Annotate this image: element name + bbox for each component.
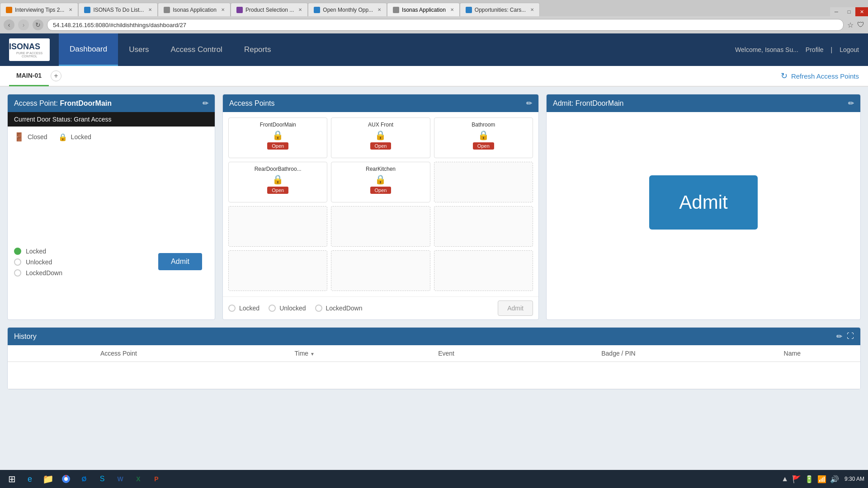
admit-edit-button[interactable]: [848, 99, 854, 108]
taskbar-chrome[interactable]: [58, 471, 74, 487]
col-badge-pin[interactable]: Badge / PIN: [513, 345, 724, 362]
taskbar-excel[interactable]: X: [130, 471, 146, 487]
tab-open-monthly[interactable]: Open Monthly Opp... ✕: [308, 3, 387, 16]
maximize-button[interactable]: □: [843, 7, 855, 16]
start-button[interactable]: ⊞: [4, 471, 20, 487]
refresh-access-points-button[interactable]: ↻ Refresh Access Points: [781, 71, 859, 81]
ap-grid-empty-5: [228, 250, 327, 291]
lock-icon: 🔒: [58, 133, 67, 141]
taskbar-powerpoint[interactable]: P: [148, 471, 165, 487]
ap-grid-rearkitchen[interactable]: RearKitchen 🔒 Open: [331, 162, 430, 202]
page-tab-bar: MAIN-01 + ↻ Refresh Access Points: [0, 66, 868, 87]
nav-item-users[interactable]: Users: [118, 33, 160, 66]
col-time[interactable]: Time ▼: [230, 345, 380, 362]
taskbar-word[interactable]: W: [112, 471, 128, 487]
legend-dot-locked: [14, 248, 21, 255]
aps-legend-circle-lockeddown: [315, 305, 322, 312]
nav-item-access-control[interactable]: Access Control: [160, 33, 233, 66]
tab-isonas-app-1[interactable]: Isonas Application ✕: [158, 3, 231, 16]
tab-close-btn[interactable]: ✕: [148, 7, 152, 12]
url-bar[interactable]: 54.148.216.165:8080/#childishthings/dash…: [47, 19, 844, 31]
admit-card: Admit: FrontDoorMain Admit: [546, 94, 861, 320]
col-access-point[interactable]: Access Point: [8, 345, 230, 362]
door-status-text: Current Door Status: Grant Access: [14, 116, 112, 123]
access-points-card-header: Access Points: [223, 94, 538, 112]
ap-grid-auxfront[interactable]: AUX Front 🔒 Open: [331, 117, 430, 158]
legend-lockeddown: LockedDown: [14, 269, 62, 277]
taskbar-folder[interactable]: 📁: [40, 471, 56, 487]
tab-close-btn[interactable]: ✕: [69, 7, 72, 12]
reload-button[interactable]: ↻: [33, 19, 43, 30]
profile-link[interactable]: Profile: [806, 46, 824, 53]
access-points-grid: FrontDoorMain 🔒 Open AUX Front 🔒 Open Ba…: [223, 112, 538, 296]
closed-status: 🚪 Closed: [14, 132, 47, 142]
taskbar-ie[interactable]: e: [22, 471, 38, 487]
tab-bar-left: MAIN-01 +: [9, 66, 61, 86]
logout-link[interactable]: Logout: [840, 46, 859, 53]
taskbar-clock: 9:30 AM: [844, 476, 864, 482]
close-button[interactable]: ✕: [855, 7, 868, 16]
taskbar-battery-icon: 🔋: [805, 475, 814, 483]
minimize-button[interactable]: ─: [830, 7, 843, 16]
tab-close-btn[interactable]: ✕: [298, 7, 302, 12]
access-point-edit-button[interactable]: [203, 99, 208, 108]
taskbar-outlook[interactable]: Ø: [76, 471, 92, 487]
tab-label: Opportunities: Cars...: [475, 7, 526, 13]
tab-product-selection[interactable]: Product Selection ... ✕: [231, 3, 308, 16]
admit-button[interactable]: Admit: [158, 253, 202, 270]
tab-isonas-todo[interactable]: ISONAS To Do List... ✕: [78, 3, 158, 16]
ap-grid-frontdoormain[interactable]: FrontDoorMain 🔒 Open: [228, 117, 327, 158]
taskbar-left: ⊞ e 📁 Ø S W X P: [4, 471, 165, 487]
forward-button[interactable]: ›: [18, 19, 29, 30]
aps-legend-circle-unlocked: [269, 305, 276, 312]
ap-status-open[interactable]: Open: [370, 187, 392, 194]
ap-status-open[interactable]: Open: [267, 187, 288, 194]
taskbar-skype[interactable]: S: [94, 471, 110, 487]
ap-status-open[interactable]: Open: [370, 142, 392, 150]
tab-close-btn[interactable]: ✕: [530, 7, 534, 12]
ap-status-open[interactable]: Open: [473, 142, 494, 150]
tab-opportunities[interactable]: Opportunities: Cars... ✕: [460, 3, 540, 16]
star-button[interactable]: ☆: [847, 21, 854, 29]
tab-close-btn[interactable]: ✕: [221, 7, 225, 12]
add-tab-button[interactable]: +: [51, 70, 61, 81]
taskbar-notification-icon[interactable]: ▲: [781, 475, 788, 483]
address-bar-row: ‹ › ↻ 54.148.216.165:8080/#childishthing…: [0, 16, 868, 33]
taskbar-volume-icon[interactable]: 🔊: [830, 475, 839, 483]
shield-icon: 🛡: [857, 21, 864, 29]
lock-icon: 🔒: [375, 130, 386, 141]
lock-icon: 🔒: [478, 130, 489, 141]
nav-item-dashboard[interactable]: Dashboard: [59, 33, 118, 66]
taskbar-right: ▲ 🚩 🔋 📶 🔊 9:30 AM: [781, 475, 864, 483]
tab-favicon: [466, 7, 472, 13]
aps-legend-locked: Locked: [228, 305, 259, 312]
admit-big-button[interactable]: Admit: [649, 175, 758, 230]
col-event[interactable]: Event: [380, 345, 513, 362]
ap-grid-bathroom[interactable]: Bathroom 🔒 Open: [434, 117, 533, 158]
history-edit-button[interactable]: [836, 332, 842, 341]
ap-grid-empty-1: [434, 162, 533, 202]
history-table-body: [8, 362, 860, 389]
ap-grid-reardoorbathroom[interactable]: RearDoorBathroo... 🔒 Open: [228, 162, 327, 202]
ap-status-open[interactable]: Open: [267, 142, 288, 150]
tab-isonas-app-active[interactable]: Isonas Application ✕: [387, 3, 460, 16]
access-points-edit-button[interactable]: [526, 99, 532, 108]
time-display: 9:30 AM: [844, 476, 864, 482]
locked-status: 🔒 Locked: [58, 133, 91, 141]
history-expand-button[interactable]: [847, 332, 854, 341]
nav-item-reports[interactable]: Reports: [233, 33, 282, 66]
admit-card-title: Admit: FrontDoorMain: [553, 99, 624, 108]
tab-close-btn[interactable]: ✕: [377, 7, 381, 12]
access-point-card-body: [8, 147, 215, 247]
history-header-row: Access Point Time ▼ Event Badge / PIN Na…: [8, 345, 860, 362]
ap-grid-empty-7: [434, 250, 533, 291]
back-button[interactable]: ‹: [4, 19, 14, 30]
taskbar-flag-icon[interactable]: 🚩: [792, 475, 801, 483]
tab-favicon: [314, 7, 320, 13]
tab-interviewing-tips[interactable]: Interviewing Tips 2... ✕: [0, 3, 78, 16]
tab-favicon: [84, 7, 90, 13]
tab-close-btn[interactable]: ✕: [450, 7, 454, 12]
welcome-text: Welcome, Isonas Su...: [735, 46, 798, 53]
page-tab-main-01[interactable]: MAIN-01: [9, 66, 49, 86]
col-name[interactable]: Name: [724, 345, 860, 362]
